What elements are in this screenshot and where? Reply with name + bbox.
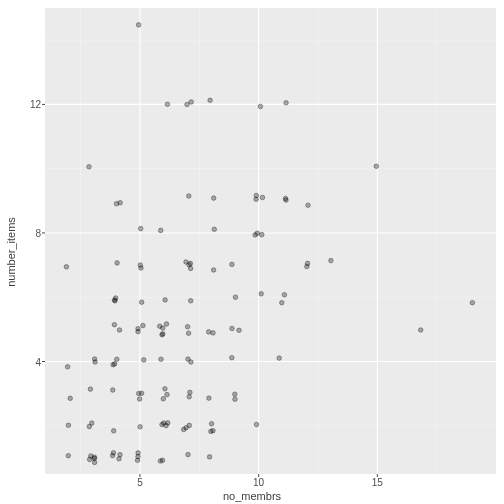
svg-point-79	[165, 102, 170, 107]
svg-point-93	[374, 164, 379, 169]
svg-point-103	[189, 360, 194, 365]
y-tick-label: 4	[35, 356, 45, 367]
svg-point-45	[418, 328, 423, 333]
x-tick-label: 15	[372, 474, 383, 488]
svg-point-120	[113, 299, 118, 304]
svg-point-75	[207, 396, 212, 401]
svg-point-95	[187, 423, 192, 428]
svg-point-21	[187, 395, 192, 400]
svg-point-49	[207, 455, 212, 460]
svg-point-60	[280, 300, 285, 305]
y-axis-label: number_items	[5, 217, 17, 287]
svg-point-78	[209, 421, 214, 426]
svg-point-84	[135, 458, 140, 463]
svg-point-81	[111, 362, 116, 367]
svg-point-80	[165, 392, 170, 397]
svg-point-68	[233, 397, 238, 402]
svg-point-67	[137, 397, 142, 402]
svg-point-116	[139, 300, 144, 305]
svg-point-83	[188, 390, 193, 395]
svg-point-70	[138, 425, 143, 430]
svg-point-143	[161, 326, 166, 331]
y-tick-label: 8	[35, 227, 45, 238]
svg-point-141	[209, 429, 214, 434]
svg-point-107	[139, 391, 144, 396]
svg-point-66	[164, 322, 169, 327]
svg-point-46	[117, 328, 122, 333]
svg-point-71	[260, 195, 265, 200]
svg-point-134	[139, 266, 144, 271]
svg-point-41	[277, 356, 282, 361]
svg-point-129	[65, 365, 70, 370]
svg-point-92	[136, 451, 141, 456]
scatter-plot: number_items no_membrs 481251015	[0, 0, 504, 504]
x-axis-label: no_membrs	[223, 490, 281, 502]
svg-point-31	[163, 387, 168, 392]
svg-point-130	[282, 293, 287, 298]
svg-point-100	[188, 299, 193, 304]
svg-point-87	[92, 460, 97, 465]
svg-point-114	[185, 102, 190, 107]
svg-point-133	[211, 331, 216, 336]
svg-point-40	[254, 422, 259, 427]
svg-point-86	[253, 233, 258, 238]
svg-point-128	[164, 423, 169, 428]
svg-point-97	[161, 397, 166, 402]
svg-point-29	[306, 203, 311, 208]
x-tick-label: 10	[253, 474, 264, 488]
svg-point-61	[111, 388, 116, 393]
svg-point-82	[118, 452, 123, 457]
svg-point-64	[87, 457, 92, 462]
plot-panel: 481251015	[45, 8, 496, 474]
svg-point-119	[211, 196, 216, 201]
svg-point-53	[181, 427, 186, 432]
svg-point-138	[230, 355, 235, 360]
svg-point-112	[284, 198, 289, 203]
svg-point-126	[136, 326, 141, 331]
svg-point-74	[233, 295, 238, 300]
svg-point-144	[88, 387, 93, 392]
svg-point-96	[237, 328, 242, 333]
plot-svg	[45, 8, 496, 474]
svg-point-77	[329, 258, 334, 263]
svg-point-55	[189, 100, 194, 105]
svg-point-51	[305, 264, 310, 269]
svg-point-104	[254, 197, 259, 202]
svg-point-39	[136, 23, 141, 28]
svg-point-35	[111, 429, 116, 434]
svg-point-136	[187, 194, 192, 199]
svg-point-137	[211, 268, 216, 273]
svg-point-48	[185, 324, 190, 329]
svg-point-135	[186, 452, 191, 457]
svg-point-122	[138, 226, 143, 231]
y-tick-label: 12	[30, 99, 45, 110]
x-tick-label: 5	[137, 474, 143, 488]
svg-point-142	[66, 423, 71, 428]
svg-point-88	[141, 323, 146, 328]
svg-point-117	[111, 451, 116, 456]
svg-point-42	[87, 165, 92, 170]
svg-point-73	[158, 228, 163, 233]
svg-point-91	[160, 332, 165, 337]
svg-point-127	[66, 453, 71, 458]
svg-point-59	[230, 326, 235, 331]
svg-point-33	[258, 104, 263, 109]
svg-point-106	[184, 260, 189, 265]
svg-point-139	[160, 458, 165, 463]
svg-point-99	[90, 421, 95, 426]
svg-point-132	[142, 358, 147, 363]
svg-point-131	[92, 455, 97, 460]
svg-point-109	[212, 227, 217, 232]
svg-point-140	[118, 200, 123, 205]
svg-point-69	[186, 331, 191, 336]
svg-point-110	[92, 357, 97, 362]
svg-point-124	[159, 357, 164, 362]
svg-point-36	[230, 262, 235, 267]
svg-point-85	[163, 298, 168, 303]
svg-point-22	[259, 292, 264, 297]
svg-point-113	[233, 392, 238, 397]
svg-point-123	[208, 98, 213, 103]
svg-point-115	[115, 261, 120, 266]
svg-point-108	[284, 101, 289, 106]
svg-point-52	[112, 322, 117, 327]
